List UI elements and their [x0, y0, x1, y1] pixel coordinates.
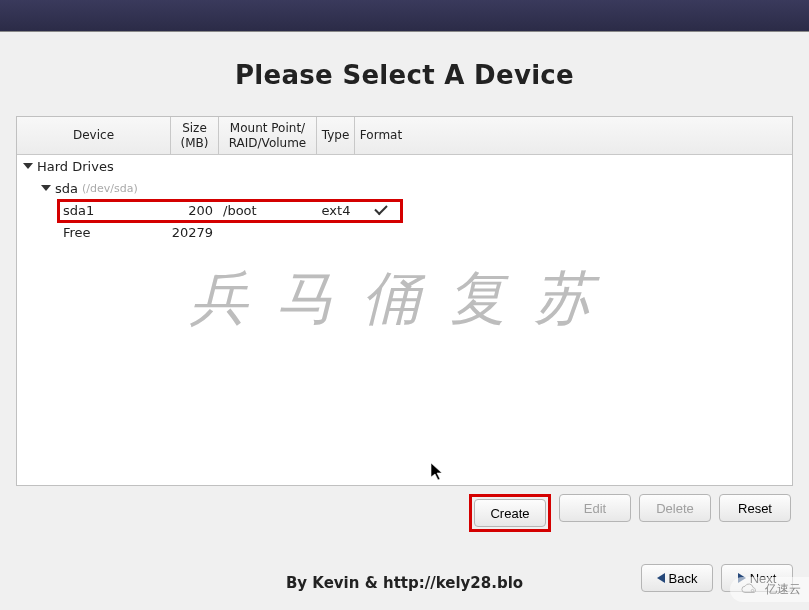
- partition-size: 200: [171, 203, 219, 218]
- partition-name: Free: [17, 225, 171, 240]
- reset-button[interactable]: Reset: [719, 494, 791, 522]
- page-title: Please Select A Device: [16, 60, 793, 90]
- col-spacer: [407, 117, 792, 154]
- col-size[interactable]: Size (MB): [171, 117, 219, 154]
- cloud-icon: [740, 583, 760, 597]
- tree-label: Hard Drives: [37, 159, 114, 174]
- top-banner: [0, 0, 809, 32]
- provider-badge: 亿速云: [730, 577, 809, 602]
- check-icon: [374, 202, 387, 215]
- tree-row-harddrives[interactable]: Hard Drives: [17, 155, 792, 177]
- table-row[interactable]: sda1 200 /boot ext4: [17, 199, 792, 221]
- create-button[interactable]: Create: [474, 499, 546, 527]
- delete-button: Delete: [639, 494, 711, 522]
- disk-name: sda: [55, 181, 78, 196]
- svg-point-0: [751, 589, 754, 592]
- back-button[interactable]: Back: [641, 564, 713, 592]
- disk-path: (/dev/sda): [82, 182, 138, 195]
- device-table: Device Size (MB) Mount Point/ RAID/Volum…: [16, 116, 793, 486]
- col-format[interactable]: Format: [355, 117, 407, 154]
- partition-format: [355, 208, 407, 212]
- table-row[interactable]: Free 20279: [17, 221, 792, 243]
- badge-text: 亿速云: [765, 581, 801, 598]
- back-label: Back: [669, 571, 698, 586]
- tree-row-disk[interactable]: sda (/dev/sda): [17, 177, 792, 199]
- col-mount[interactable]: Mount Point/ RAID/Volume: [219, 117, 317, 154]
- partition-size: 20279: [171, 225, 219, 240]
- annotation-highlight: Create: [469, 494, 551, 532]
- chevron-down-icon[interactable]: [41, 185, 51, 191]
- table-header: Device Size (MB) Mount Point/ RAID/Volum…: [17, 117, 792, 155]
- partition-mount: /boot: [219, 203, 317, 218]
- col-type[interactable]: Type: [317, 117, 355, 154]
- edit-button: Edit: [559, 494, 631, 522]
- partition-type: ext4: [317, 203, 355, 218]
- arrow-left-icon: [657, 573, 665, 583]
- col-device[interactable]: Device: [17, 117, 171, 154]
- action-button-row: Create Edit Delete Reset: [16, 494, 793, 532]
- partition-name: sda1: [17, 203, 171, 218]
- chevron-down-icon[interactable]: [23, 163, 33, 169]
